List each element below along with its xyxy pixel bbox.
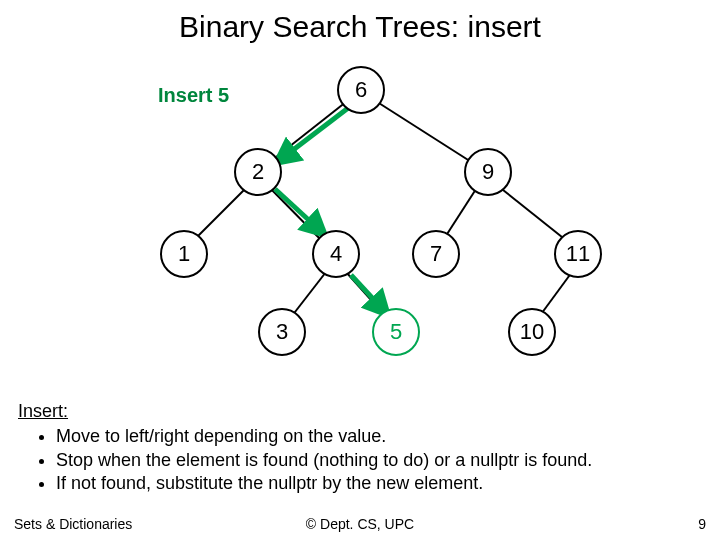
description-heading: Insert: [18,401,68,421]
footer-page-number: 9 [698,516,706,532]
footer-center: © Dept. CS, UPC [0,516,720,532]
tree-node-2: 2 [234,148,282,196]
tree-node-9: 9 [464,148,512,196]
tree-node-10: 10 [508,308,556,356]
insert-label: Insert 5 [158,84,229,107]
description-bullet: Move to left/right depending on the valu… [56,425,592,448]
tree-node-4: 4 [312,230,360,278]
description-bullet: Stop when the element is found (nothing … [56,449,592,472]
tree-node-11: 11 [554,230,602,278]
description-bullet: If not found, substitute the nullptr by … [56,472,592,495]
svg-line-10 [275,189,325,235]
tree-node-6: 6 [337,66,385,114]
description-block: Insert: Move to left/right depending on … [18,400,592,496]
svg-line-0 [266,98,351,165]
tree-node-3: 3 [258,308,306,356]
svg-line-11 [351,275,388,315]
svg-line-1 [371,98,476,165]
tree-node-5-new: 5 [372,308,420,356]
page-title: Binary Search Trees: insert [0,0,720,44]
svg-line-3 [268,186,326,245]
tree-node-7: 7 [412,230,460,278]
svg-line-9 [276,102,356,163]
tree-node-1: 1 [160,230,208,278]
